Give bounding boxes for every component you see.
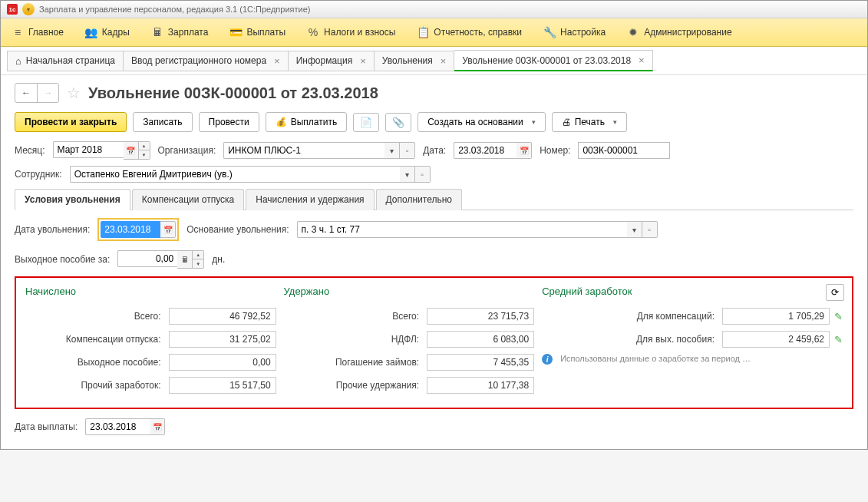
calendar-icon[interactable]: 📅 — [517, 142, 532, 159]
app-logo: 1с — [7, 4, 18, 15]
close-icon[interactable]: × — [274, 55, 280, 67]
withheld-title: Удержано — [284, 286, 535, 297]
wallet-icon: 💰 — [276, 117, 287, 127]
org-label: Организация: — [158, 145, 216, 156]
withheld-total-label: Всего: — [284, 311, 423, 322]
people-icon: 👥 — [85, 26, 97, 38]
nav-back[interactable]: ← — [15, 84, 37, 102]
accrued-sev-value: 0,00 — [169, 354, 276, 371]
menu-zarplata[interactable]: 🖩Зарплата — [140, 18, 219, 46]
withheld-loans-value: 7 455,35 — [427, 354, 534, 371]
close-icon[interactable]: × — [441, 55, 447, 67]
accrued-title: Начислено — [25, 286, 276, 297]
toolbar: Провести и закрыть Записать Провести 💰Вы… — [15, 112, 853, 132]
system-dropdown[interactable]: ▾ — [22, 3, 35, 15]
avg-comp-label: Для компенсаций: — [542, 311, 718, 322]
tab-home[interactable]: ⌂Начальная страница — [7, 51, 124, 71]
tab-dismissal-doc[interactable]: Увольнение 00ЗК-000001 от 23.03.2018× — [454, 50, 652, 71]
calendar-icon[interactable]: 📅 — [150, 418, 165, 435]
menu-nalogi[interactable]: %Налоги и взносы — [296, 18, 406, 46]
number-input[interactable] — [578, 142, 670, 159]
attach-button[interactable]: 📎 — [385, 113, 411, 132]
printer-icon: 🖨 — [562, 117, 571, 127]
payment-date-input[interactable] — [85, 418, 150, 435]
dismissal-date-label: Дата увольнения: — [15, 224, 90, 235]
page-title: Увольнение 00ЗК-000001 от 23.03.2018 — [88, 84, 378, 102]
subtab-compensation[interactable]: Компенсации отпуска — [132, 189, 244, 210]
severance-label: Выходное пособие за: — [15, 254, 110, 265]
nav-forward[interactable]: → — [37, 84, 58, 102]
tab-info[interactable]: Информация× — [289, 51, 375, 71]
calculator-icon[interactable]: 🖩 — [177, 250, 193, 269]
accrued-sev-label: Выходное пособие: — [25, 357, 164, 368]
home-icon: ⌂ — [15, 55, 21, 67]
calendar-icon[interactable]: 📅 — [160, 221, 176, 238]
refresh-icon: ⟳ — [831, 287, 839, 298]
accrued-other-value: 15 517,50 — [169, 377, 276, 394]
org-input[interactable] — [223, 142, 384, 159]
menu-nastroika[interactable]: 🔧Настройка — [533, 18, 616, 46]
sub-tabs: Условия увольнения Компенсации отпуска Н… — [15, 189, 853, 210]
open-icon[interactable]: ▫ — [642, 221, 658, 238]
menu-main[interactable]: ≡Главное — [1, 18, 74, 46]
app-title: Зарплата и управление персоналом, редакц… — [39, 5, 310, 14]
close-icon[interactable]: × — [360, 55, 366, 67]
pay-button[interactable]: 💰Выплатить — [266, 112, 348, 132]
severance-down[interactable]: ▼ — [193, 259, 203, 268]
pencil-icon[interactable]: ✎ — [834, 334, 843, 345]
month-up[interactable]: ▲ — [139, 142, 150, 150]
conduct-close-button[interactable]: Провести и закрыть — [15, 112, 127, 132]
employee-label: Сотрудник: — [15, 169, 62, 180]
number-label: Номер: — [540, 145, 570, 156]
subtab-accruals[interactable]: Начисления и удержания — [246, 189, 374, 210]
conduct-button[interactable]: Провести — [199, 112, 259, 132]
open-icon[interactable]: ▫ — [400, 142, 415, 159]
date-input[interactable] — [454, 142, 517, 159]
chevron-down-icon[interactable]: ▾ — [627, 221, 642, 238]
chevron-down-icon[interactable]: ▾ — [400, 166, 415, 183]
wrench-icon: 🔧 — [543, 26, 556, 38]
severance-up[interactable]: ▲ — [193, 251, 203, 259]
severance-input[interactable] — [117, 250, 177, 267]
subtab-extra[interactable]: Дополнительно — [376, 189, 462, 210]
subtab-conditions[interactable]: Условия увольнения — [15, 189, 130, 210]
menu-admin[interactable]: ✹Администрирование — [616, 18, 742, 46]
create-based-button[interactable]: Создать на основании — [417, 112, 546, 132]
menu-kadry[interactable]: 👥Кадры — [74, 18, 140, 46]
employee-input[interactable] — [70, 166, 400, 183]
close-icon[interactable]: × — [639, 54, 645, 66]
menu-vyplaty[interactable]: 💳Выплаты — [219, 18, 296, 46]
chevron-down-icon[interactable]: ▾ — [384, 142, 400, 159]
accrued-comp-value: 31 275,02 — [169, 331, 276, 348]
accrued-comp-label: Компенсации отпуска: — [25, 334, 164, 345]
month-down[interactable]: ▼ — [139, 150, 150, 159]
pencil-icon[interactable]: ✎ — [834, 311, 843, 322]
write-button[interactable]: Записать — [133, 112, 192, 132]
accrued-other-label: Прочий заработок: — [25, 380, 164, 391]
titlebar: 1с ▾ Зарплата и управление персоналом, р… — [1, 1, 867, 18]
tab-regnum[interactable]: Ввод регистрационного номера× — [124, 51, 289, 71]
open-icon[interactable]: ▫ — [415, 166, 431, 183]
avg-sev-value: 2 459,62 — [722, 331, 830, 348]
dismissal-basis-input[interactable] — [297, 221, 627, 238]
calendar-icon[interactable]: 📅 — [124, 141, 139, 160]
refresh-button[interactable]: ⟳ — [826, 284, 844, 301]
main-menu: ≡Главное 👥Кадры 🖩Зарплата 💳Выплаты %Нало… — [1, 18, 867, 47]
document-action-button[interactable]: 📄 — [353, 113, 379, 132]
info-text: Использованы данные о заработке за перио… — [560, 354, 751, 363]
gear-icon: ✹ — [627, 26, 639, 38]
tabs-row: ⌂Начальная страница Ввод регистрационног… — [1, 47, 867, 75]
accrued-total-label: Всего: — [25, 311, 164, 322]
month-label: Месяц: — [15, 145, 45, 156]
print-button[interactable]: 🖨Печать — [552, 112, 627, 132]
hamburger-icon: ≡ — [12, 26, 24, 38]
avgearn-title: Средний заработок — [542, 286, 843, 297]
card-icon: 💳 — [229, 26, 242, 38]
nav-group: ← → — [15, 83, 59, 103]
menu-otchetnost[interactable]: 📋Отчетность, справки — [406, 18, 533, 46]
tab-dismissals[interactable]: Увольнения× — [375, 51, 455, 71]
dismissal-date-input[interactable] — [101, 221, 160, 238]
favorite-star[interactable]: ☆ — [67, 84, 81, 102]
month-input[interactable] — [53, 141, 124, 158]
calculator-icon: 🖩 — [151, 26, 163, 38]
